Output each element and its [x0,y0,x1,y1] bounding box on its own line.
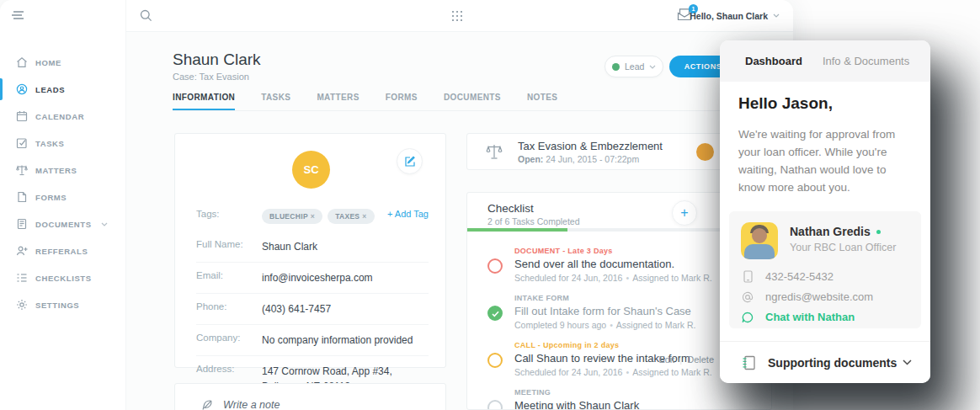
sidebar-item-checklists[interactable]: CHECKLISTS [0,264,126,291]
field-label: Tags: [196,209,262,219]
avatar-shirt [744,244,775,259]
status-dropdown[interactable]: Lead [605,56,663,77]
chat-bubble-icon [741,311,754,323]
field-label: Full Name: [196,239,262,249]
sidebar-item-forms[interactable]: FORMS [0,184,126,210]
field-email: Email: info@invoicesherpa.com [196,263,429,294]
tags-row: Tags: BLUECHIP× TAXES× + Add Tag [196,201,429,232]
supporting-documents-toggle[interactable]: Supporting documents [720,341,930,383]
sidebar-item-settings[interactable]: SETTINGS [0,291,126,318]
field-label: Address: [196,364,262,374]
tab-notes[interactable]: NOTES [527,93,557,110]
status-dot [612,63,620,71]
sidebar-item-tasks[interactable]: TASKS [0,130,126,157]
sidebar-item-label: CALENDAR [35,112,84,121]
tag-bluechip[interactable]: BLUECHIP× [262,209,322,224]
chevron-down-icon [903,359,912,365]
hamburger-menu-icon[interactable] [12,10,25,20]
sidebar-item-label: FORMS [35,193,67,202]
chevron-down-icon [649,65,656,69]
officer-phone[interactable]: 432-542-5432 [765,270,834,283]
sidebar: HOME LEADS CALENDAR TASKS MATTERS [0,0,126,410]
sidebar-item-label: DOCUMENTS [35,220,92,229]
tab-tasks[interactable]: TASKS [261,93,290,110]
app-window: HOME LEADS CALENDAR TASKS MATTERS [0,0,793,410]
edit-profile-button[interactable] [397,148,423,174]
field-company: Company: No company information provided [196,325,429,356]
officer-avatar [741,222,778,259]
tab-documents[interactable]: DOCUMENTS [444,93,501,110]
profile-fields: Tags: BLUECHIP× TAXES× + Add Tag Full Na… [196,201,429,402]
write-note-input[interactable]: Write a note [174,383,446,410]
widget-tab-info-documents[interactable]: Info & Documents [823,55,909,67]
note-placeholder: Write a note [223,399,280,410]
sidebar-item-leads[interactable]: LEADS [0,76,126,103]
tab-forms[interactable]: FORMS [386,93,418,110]
widget-tab-dashboard[interactable]: Dashboard [745,55,802,67]
chat-with-officer-row[interactable]: Chat with Nathan [741,311,855,323]
sidebar-item-label: MATTERS [35,166,77,175]
officer-email[interactable]: ngredis@website.com [765,290,873,303]
officer-phone-row: 432-542-5432 [741,270,834,283]
loan-officer-card: Nathan Gredis Your RBC Loan Officer 432-… [729,211,921,328]
widget-tab-bar: Dashboard Info & Documents [720,40,930,82]
case-assignee-avatar[interactable] [696,143,714,161]
home-icon [16,56,28,68]
sidebar-item-label: REFFERALS [35,247,88,256]
status-label: Lead [625,61,649,72]
field-phone: Phone: (403) 641-7457 [196,294,429,325]
document-icon [16,218,28,230]
check-icon [492,311,499,317]
add-tag-link[interactable]: + Add Tag [387,209,429,219]
at-sign-icon [741,291,754,303]
edit-task-link[interactable]: Edit [658,354,674,365]
user-menu[interactable]: Hello, Shaun Clark [690,11,768,21]
tag-taxes[interactable]: TAXES× [328,209,374,224]
file-icon [16,191,28,203]
scales-icon [16,164,28,176]
sidebar-item-label: HOME [35,58,61,67]
tag-list: BLUECHIP× TAXES× [262,209,375,224]
task-checkbox[interactable] [487,258,503,274]
case-open-date: Open: 24 Jun, 2015 - 07:22pm [518,154,663,164]
task-title: Meeting with Shaun Clark [514,399,771,410]
topbar: 1 Hello, Shaun Clark [126,0,793,32]
officer-name-row: Nathan Gredis [790,225,881,238]
field-label: Email: [196,270,262,280]
online-status-dot [876,230,881,234]
task-checkbox[interactable] [487,353,503,368]
avatar-face [752,228,767,243]
add-task-button[interactable]: + [672,200,697,226]
sidebar-item-calendar[interactable]: CALENDAR [0,103,126,130]
chat-with-officer-link[interactable]: Chat with Nathan [765,311,855,323]
sidebar-item-matters[interactable]: MATTERS [0,157,126,184]
sidebar-item-documents[interactable]: DOCUMENTS [0,210,126,237]
officer-role: Your RBC Loan Officer [790,242,896,253]
notebook-icon [742,355,755,370]
task-checkbox-checked[interactable] [487,306,503,321]
task-item: MEETING Meeting with Shaun Clark Schedul… [487,388,771,410]
case-title: Tax Evasion & Embezzlement [518,140,663,152]
search-icon[interactable] [140,9,152,22]
app-grid-icon[interactable] [452,11,462,21]
sidebar-item-label: SETTINGS [35,301,79,310]
sidebar-item-label: LEADS [35,85,65,94]
task-checkbox[interactable] [487,400,503,410]
avatar: SC [292,151,330,189]
officer-email-row: ngredis@website.com [741,290,873,303]
tab-matters[interactable]: MATTERS [317,93,359,110]
leads-icon [16,83,28,95]
page-title: Shaun Clark [173,51,261,69]
sidebar-item-home[interactable]: HOME [0,49,126,76]
delete-task-link[interactable]: Delete [687,354,714,365]
tab-bar: INFORMATION TASKS MATTERS FORMS DOCUMENT… [173,93,772,111]
chevron-down-icon [773,13,780,18]
screen: HOME LEADS CALENDAR TASKS MATTERS [0,0,980,410]
tab-information[interactable]: INFORMATION [173,93,235,110]
remove-tag-icon[interactable]: × [311,212,315,221]
supporting-documents-label: Supporting documents [768,356,903,370]
field-label: Phone: [196,301,262,311]
sidebar-item-refferals[interactable]: REFFERALS [0,237,126,264]
remove-tag-icon[interactable]: × [362,212,366,221]
checklist-icon [16,272,28,284]
